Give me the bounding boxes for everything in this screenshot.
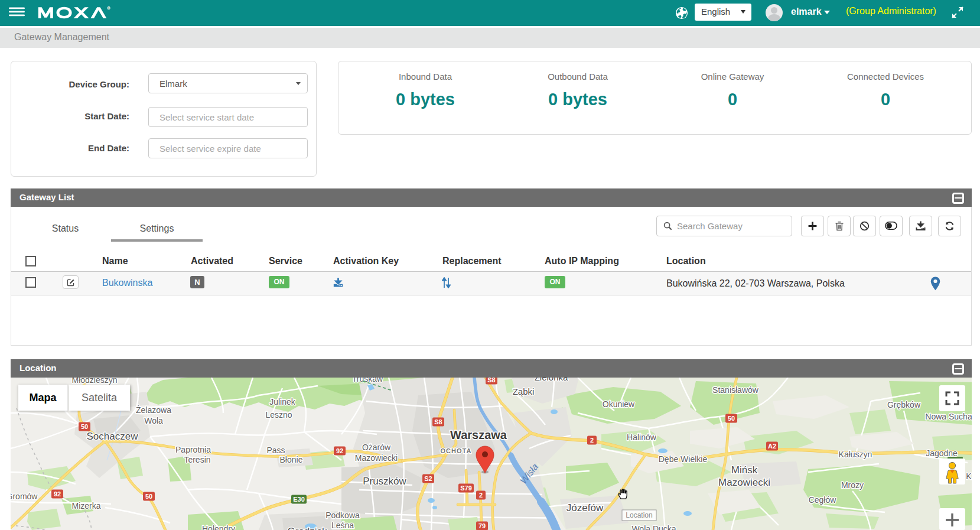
- svg-text:92: 92: [336, 447, 343, 454]
- svg-text:Józefów: Józefów: [566, 502, 604, 513]
- svg-text:Dębe Wielkie: Dębe Wielkie: [659, 454, 708, 464]
- svg-text:Stanisławów: Stanisławów: [712, 385, 759, 395]
- svg-text:50: 50: [145, 493, 152, 500]
- svg-text:E30: E30: [293, 496, 305, 503]
- svg-text:Leszno: Leszno: [265, 410, 292, 420]
- svg-text:Ząbki: Ząbki: [513, 386, 535, 396]
- svg-text:Zielonka: Zielonka: [535, 378, 568, 382]
- svg-text:Mińsk: Mińsk: [731, 464, 758, 476]
- svg-text:Jagodne: Jagodne: [926, 448, 958, 458]
- svg-text:Mrozy: Mrozy: [841, 480, 864, 490]
- svg-text:2: 2: [479, 492, 483, 499]
- svg-text:S79: S79: [460, 485, 472, 492]
- svg-text:Julinek: Julinek: [269, 397, 296, 407]
- svg-text:50: 50: [728, 415, 735, 422]
- svg-text:Mizerka: Mizerka: [71, 501, 100, 511]
- svg-text:Kałuszyn: Kałuszyn: [839, 450, 872, 459]
- svg-text:OCHOTA: OCHOTA: [441, 447, 472, 454]
- svg-text:Cegłów: Cegłów: [809, 495, 837, 505]
- svg-text:Mazowiecki: Mazowiecki: [355, 453, 398, 463]
- svg-text:A2: A2: [768, 443, 776, 450]
- svg-text:Ożarów: Ożarów: [362, 443, 391, 452]
- svg-text:50: 50: [81, 423, 88, 430]
- svg-text:Grodzisk: Grodzisk: [287, 526, 327, 530]
- svg-text:Leśna: Leśna: [331, 521, 354, 530]
- svg-text:Teresin: Teresin: [184, 455, 210, 464]
- svg-text:Grębków: Grębków: [887, 400, 921, 409]
- svg-text:Pruszków: Pruszków: [363, 476, 406, 487]
- svg-text:Sochaczew: Sochaczew: [87, 431, 139, 442]
- svg-text:Młodzieszyn: Młodzieszyn: [71, 378, 117, 385]
- svg-text:Mazowiecki: Mazowiecki: [718, 477, 770, 488]
- svg-text:Okuniew: Okuniew: [603, 399, 635, 409]
- svg-text:Podkowa: Podkowa: [325, 511, 360, 520]
- svg-text:Pass: Pass: [266, 446, 285, 455]
- svg-text:Holendry: Holendry: [202, 524, 235, 530]
- svg-text:Żelazowa: Żelazowa: [136, 405, 171, 415]
- svg-text:S2: S2: [424, 475, 432, 482]
- svg-text:K: K: [966, 472, 972, 481]
- svg-text:79: 79: [478, 522, 486, 529]
- svg-text:2: 2: [590, 437, 594, 444]
- svg-text:Gromów: Gromów: [11, 492, 38, 501]
- svg-text:Warszawa: Warszawa: [450, 428, 507, 441]
- svg-text:Wola: Wola: [144, 416, 163, 425]
- svg-text:92: 92: [54, 490, 61, 498]
- svg-text:Paprotnia: Paprotnia: [175, 445, 211, 454]
- svg-text:Błonie: Błonie: [280, 455, 303, 464]
- svg-text:S8: S8: [487, 378, 495, 383]
- svg-text:S8: S8: [434, 418, 442, 425]
- svg-text:Wola Ducka: Wola Ducka: [631, 524, 676, 530]
- svg-text:Halinów: Halinów: [627, 433, 657, 442]
- svg-text:Truskaw: Truskaw: [352, 378, 383, 383]
- svg-text:Location: Location: [626, 511, 652, 519]
- svg-text:Nowa Sucha: Nowa Sucha: [925, 412, 972, 421]
